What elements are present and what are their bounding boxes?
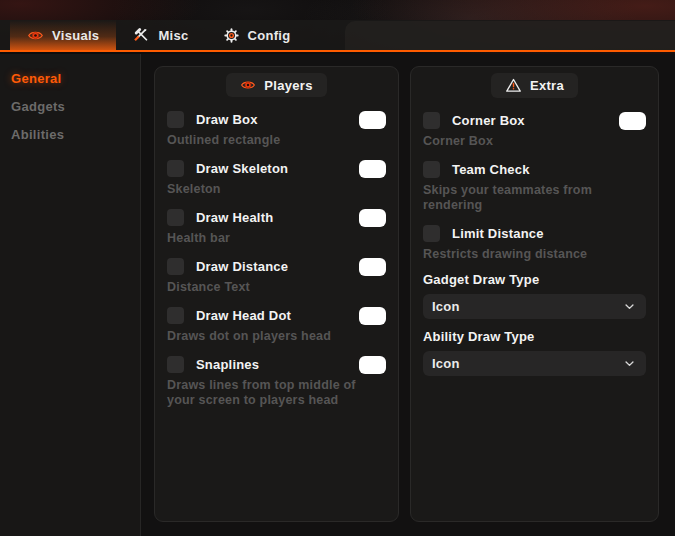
setting-label: Snaplines [196,357,359,372]
draw-box-checkbox[interactable] [167,111,184,128]
setting-label: Draw Health [196,210,359,225]
panel-title: Extra [530,78,564,93]
draw-head-dot-checkbox[interactable] [167,307,184,324]
setting-description: Draws dot on players head [167,329,386,344]
color-swatch[interactable] [359,258,386,276]
main-area: Players Draw Box Outlined rectangle Draw… [141,54,675,536]
sidebar-item-gadgets[interactable]: Gadgets [0,93,140,121]
tools-icon [133,27,150,44]
setting-row-limit-distance: Limit Distance [423,224,646,243]
extra-panel-header: Extra [491,73,578,98]
setting-row-draw-skeleton: Draw Skeleton [167,159,386,178]
tab-label: Misc [158,28,188,43]
setting-label: Corner Box [452,113,619,128]
gear-icon [223,27,240,44]
setting-label: Draw Skeleton [196,161,359,176]
snaplines-checkbox[interactable] [167,356,184,373]
setting-description: Distance Text [167,280,386,295]
draw-skeleton-checkbox[interactable] [167,160,184,177]
setting-row-draw-distance: Draw Distance [167,257,386,276]
setting-label: Draw Box [196,112,359,127]
select-value: Icon [432,356,460,371]
sidebar: General Gadgets Abilities [0,54,141,536]
color-swatch[interactable] [619,112,646,130]
sidebar-item-general[interactable]: General [0,65,140,93]
gadget-draw-type-label: Gadget Draw Type [423,272,646,287]
setting-row-snaplines: Snaplines [167,355,386,374]
warning-icon [505,77,522,94]
players-panel: Players Draw Box Outlined rectangle Draw… [154,66,399,522]
setting-row-team-check: Team Check [423,160,646,179]
setting-description: Corner Box [423,134,646,149]
eye-icon [240,77,256,93]
setting-label: Team Check [452,162,646,177]
sidebar-item-abilities[interactable]: Abilities [0,121,140,149]
color-swatch[interactable] [359,160,386,178]
select-value: Icon [432,299,460,314]
ability-draw-type-label: Ability Draw Type [423,329,646,344]
gadget-draw-type-select[interactable]: Icon [423,294,646,319]
color-swatch[interactable] [359,307,386,325]
tab-label: Config [248,28,291,43]
tab-misc[interactable]: Misc [116,20,205,50]
setting-row-draw-health: Draw Health [167,208,386,227]
window-top-sheen [345,21,675,50]
content-area: General Gadgets Abilities Players [0,54,675,536]
extra-panel: Extra Corner Box Corner Box Team Check S… [410,66,659,522]
setting-label: Draw Distance [196,259,359,274]
setting-description: Outlined rectangle [167,133,386,148]
draw-health-checkbox[interactable] [167,209,184,226]
team-check-checkbox[interactable] [423,161,440,178]
limit-distance-checkbox[interactable] [423,225,440,242]
color-swatch[interactable] [359,111,386,129]
setting-row-draw-head-dot: Draw Head Dot [167,306,386,325]
tab-config[interactable]: Config [206,20,308,50]
setting-description: Skips your teammates from rendering [423,183,646,213]
tab-visuals[interactable]: Visuals [10,20,116,50]
ability-draw-type-select[interactable]: Icon [423,351,646,376]
chevron-down-icon [622,356,637,371]
setting-label: Draw Head Dot [196,308,359,323]
setting-description: Restricts drawing distance [423,247,646,262]
players-panel-header: Players [226,73,326,97]
eye-icon [27,27,44,44]
corner-box-checkbox[interactable] [423,112,440,129]
color-swatch[interactable] [359,209,386,227]
tab-bar: Visuals Misc [0,20,675,52]
panel-title: Players [264,78,312,93]
setting-label: Limit Distance [452,226,646,241]
setting-row-draw-box: Draw Box [167,110,386,129]
chevron-down-icon [622,299,637,314]
setting-description: Skeleton [167,182,386,197]
setting-description: Draws lines from top middle of your scre… [167,378,386,408]
tab-label: Visuals [52,28,99,43]
setting-description: Health bar [167,231,386,246]
setting-row-corner-box: Corner Box [423,111,646,130]
draw-distance-checkbox[interactable] [167,258,184,275]
cheat-menu-window: Visuals Misc [0,0,675,536]
color-swatch[interactable] [359,356,386,374]
